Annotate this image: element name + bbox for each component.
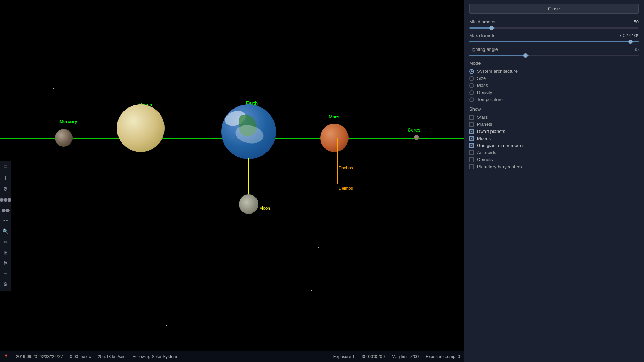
mode-option-density[interactable]: Density bbox=[469, 90, 639, 95]
mercury-planet[interactable] bbox=[55, 129, 73, 147]
show-moons[interactable]: Moons bbox=[469, 136, 639, 141]
objects-button[interactable]: ⬤⬤⬤ bbox=[1, 194, 11, 204]
mode-option-architecture[interactable]: System architecture bbox=[469, 69, 639, 74]
info-button[interactable]: ℹ bbox=[1, 173, 11, 183]
max-diameter-value: 7.027·10⁵ bbox=[619, 33, 639, 38]
max-diameter-slider[interactable] bbox=[469, 41, 639, 42]
screen-button[interactable]: ▭ bbox=[1, 269, 11, 279]
gps-icon: 📍 bbox=[4, 354, 9, 359]
moon-label: Moon bbox=[259, 206, 270, 211]
maglimit-label: Mag limit 7°00 bbox=[392, 354, 419, 359]
min-diameter-label: Min diameter bbox=[469, 19, 496, 24]
lighting-angle-slider[interactable] bbox=[469, 55, 639, 56]
close-button[interactable]: Close bbox=[469, 4, 639, 14]
checkbox-comets[interactable] bbox=[469, 157, 474, 162]
venus-planet[interactable] bbox=[117, 104, 165, 152]
radio-density[interactable] bbox=[469, 90, 474, 95]
mode-option-size[interactable]: Size bbox=[469, 76, 639, 81]
settings-button[interactable]: ⚙ bbox=[1, 184, 11, 194]
star bbox=[46, 265, 46, 265]
search-button[interactable]: 🔍 bbox=[1, 226, 11, 236]
menu-button[interactable]: ☰ bbox=[1, 163, 11, 173]
show-stars[interactable]: Stars bbox=[469, 115, 639, 120]
speed-kms: 255.13 km/sec bbox=[98, 354, 126, 359]
lighting-angle-value: 35 bbox=[634, 47, 639, 52]
star bbox=[425, 110, 425, 110]
ceres-label: Ceres bbox=[408, 127, 420, 133]
filter-button[interactable]: ⬤⬤ bbox=[1, 205, 11, 215]
checkbox-asteroids[interactable] bbox=[469, 150, 474, 155]
star bbox=[142, 212, 142, 212]
flag-button[interactable]: ⚑ bbox=[1, 258, 11, 268]
show-comets[interactable]: Comets bbox=[469, 157, 639, 162]
mode-option-mass[interactable]: Mass bbox=[469, 83, 639, 88]
coords-label: 30°00'00"00 bbox=[362, 354, 385, 359]
exposure-label: Exposure 1 bbox=[333, 354, 355, 359]
star bbox=[195, 71, 195, 71]
space-viewport[interactable]: Mercury Venus Earth Moon Mars Phobos Dei… bbox=[0, 0, 464, 362]
star bbox=[311, 290, 312, 291]
exposure-comp-label: Exposure comp. 0 bbox=[426, 354, 460, 359]
right-panel: Close Min diameter 50 Max diameter 7.027… bbox=[464, 0, 644, 362]
mercury-label: Mercury bbox=[59, 119, 77, 124]
grid-button[interactable]: ⊞ bbox=[1, 247, 11, 257]
max-diameter-label: Max diameter bbox=[469, 33, 497, 38]
checkbox-dwarf-planets[interactable] bbox=[469, 129, 474, 134]
show-planets[interactable]: Planets bbox=[469, 122, 639, 127]
show-dwarf-planets[interactable]: Dwarf planets bbox=[469, 129, 639, 134]
moon-satellite[interactable] bbox=[239, 194, 258, 214]
status-bar: 📍 2019.09.23 23ʰ33ᵐ24ˢ27 0.00 m/sec 255.… bbox=[0, 351, 464, 362]
star bbox=[389, 177, 390, 177]
radio-temperature[interactable] bbox=[469, 97, 474, 102]
draw-button[interactable]: ✏ bbox=[1, 237, 11, 247]
mode-option-temperature[interactable]: Temperature bbox=[469, 97, 639, 102]
star bbox=[166, 325, 167, 326]
min-diameter-slider[interactable] bbox=[469, 27, 639, 29]
checkbox-moons[interactable] bbox=[469, 136, 474, 141]
radio-mass[interactable] bbox=[469, 83, 474, 88]
mars-label: Mars bbox=[329, 114, 339, 119]
checkbox-gas-giant-moons[interactable] bbox=[469, 143, 474, 148]
following-label: Following Solar System bbox=[133, 354, 177, 359]
star bbox=[318, 247, 319, 248]
show-asteroids[interactable]: Asteroids bbox=[469, 150, 639, 155]
ceres-dwarf-planet[interactable] bbox=[414, 135, 419, 140]
phobos-label: Phobos bbox=[339, 165, 353, 170]
star bbox=[53, 88, 54, 89]
earth-planet[interactable] bbox=[221, 104, 276, 159]
checkbox-barycenters[interactable] bbox=[469, 164, 474, 169]
show-options: Stars Planets Dwarf planets Moons Gas gi… bbox=[469, 115, 639, 169]
radio-size[interactable] bbox=[469, 76, 474, 81]
moon-connector bbox=[248, 158, 249, 195]
mode-section-label: Mode bbox=[469, 60, 639, 66]
stars-button[interactable]: ✦✦ bbox=[1, 216, 11, 226]
left-toolbar: ☰ ℹ ⚙ ⬤⬤⬤ ⬤⬤ ✦✦ 🔍 ✏ ⊞ ⚑ ▭ ⚙ bbox=[0, 161, 11, 291]
star bbox=[283, 42, 283, 43]
star bbox=[18, 124, 18, 124]
min-diameter-value: 50 bbox=[634, 19, 639, 24]
show-gas-giant-minor-moons[interactable]: Gas giant minor moons bbox=[469, 143, 639, 148]
star bbox=[336, 64, 337, 64]
checkbox-planets[interactable] bbox=[469, 122, 474, 127]
mode-options: System architecture Size Mass Density Te… bbox=[469, 69, 639, 102]
radio-architecture[interactable] bbox=[469, 69, 474, 74]
star bbox=[88, 159, 89, 159]
deimos-connector bbox=[337, 152, 338, 184]
mars-planet[interactable] bbox=[320, 124, 349, 152]
checkbox-stars[interactable] bbox=[469, 115, 474, 120]
show-planetary-barycenters[interactable]: Planetary barycenters bbox=[469, 164, 639, 169]
datetime: 2019.09.23 23ʰ33ᵐ24ˢ27 bbox=[16, 354, 63, 359]
show-section-label: Show bbox=[469, 106, 639, 112]
star bbox=[248, 53, 248, 54]
star bbox=[372, 28, 372, 29]
lighting-angle-label: Lighting angle bbox=[469, 47, 498, 52]
speed-ms: 0.00 m/sec bbox=[70, 354, 91, 359]
deimos-label: Deimos bbox=[339, 186, 353, 191]
config-button[interactable]: ⚙ bbox=[1, 279, 11, 289]
star bbox=[106, 18, 107, 18]
